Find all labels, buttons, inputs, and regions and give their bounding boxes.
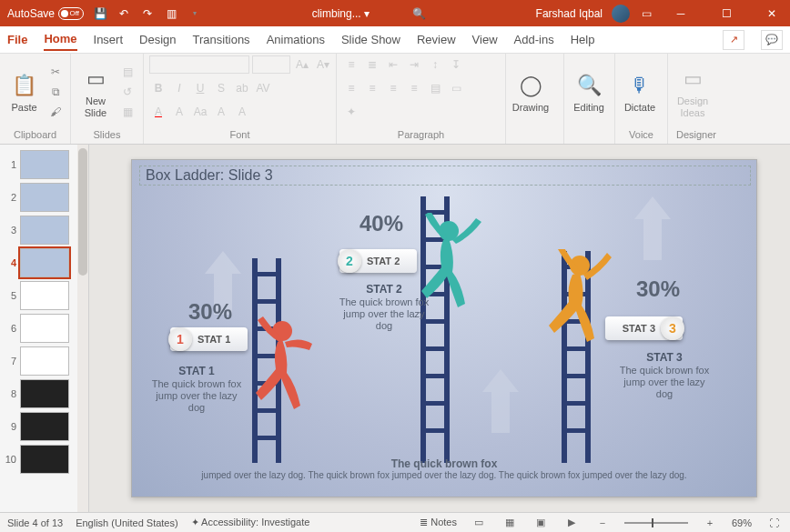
thumbnail-3[interactable]: 3 <box>0 214 88 246</box>
dictate-button[interactable]: 🎙 Dictate <box>621 60 659 124</box>
new-slide-button[interactable]: ▭ New Slide <box>76 60 115 124</box>
shadow-icon[interactable]: ab <box>233 79 251 97</box>
increase-font-icon[interactable]: A▴ <box>293 55 311 74</box>
sorter-view-icon[interactable]: ▦ <box>501 516 519 530</box>
tab-animations[interactable]: Animations <box>267 29 325 50</box>
font-color-icon[interactable]: A <box>149 103 167 121</box>
slide-canvas-area[interactable]: Box Ladder: Slide 3 30% 1 STAT 1 <box>89 145 790 512</box>
thumbnail-pane[interactable]: 1 2 3 4 5 6 7 8 9 10 <box>0 145 89 512</box>
drawing-button[interactable]: ◯ Drawing <box>511 60 550 124</box>
thumbnail-2[interactable]: 2 <box>0 181 88 214</box>
align-left-icon[interactable]: ≡ <box>342 79 360 97</box>
format-painter-icon[interactable]: 🖌 <box>46 103 65 121</box>
italic-icon[interactable]: I <box>170 79 188 97</box>
user-name[interactable]: Farshad Iqbal <box>536 7 603 20</box>
tab-view[interactable]: View <box>472 29 498 50</box>
font-size[interactable] <box>252 55 290 74</box>
strike-icon[interactable]: S <box>212 79 230 97</box>
align-right-icon[interactable]: ≡ <box>384 79 402 97</box>
close-button[interactable]: ✕ <box>754 0 790 26</box>
undo-icon[interactable]: ↶ <box>116 6 131 21</box>
thumbnail-8[interactable]: 8 <box>0 377 88 410</box>
minimize-button[interactable]: ─ <box>663 0 699 26</box>
numbering-icon[interactable]: ≣ <box>363 55 381 74</box>
font-selector[interactable] <box>149 55 249 74</box>
bullets-icon[interactable]: ≡ <box>342 55 360 74</box>
text-direction-icon[interactable]: ↧ <box>447 55 465 74</box>
paste-button[interactable]: 📋 Paste <box>5 60 43 124</box>
editing-button[interactable]: 🔍 Editing <box>570 60 608 124</box>
change-case-icon[interactable]: Aa <box>191 103 209 121</box>
language-indicator[interactable]: English (United States) <box>76 517 178 528</box>
design-ideas-button[interactable]: ▭ Design Ideas <box>674 60 712 124</box>
slide-indicator[interactable]: Slide 4 of 13 <box>7 517 63 528</box>
highlight-icon[interactable]: A <box>170 103 188 121</box>
zoom-out-icon[interactable]: − <box>593 516 612 530</box>
maximize-button[interactable]: ☐ <box>708 0 744 26</box>
indent-dec-icon[interactable]: ⇤ <box>384 55 402 74</box>
document-title[interactable]: climbing... ▾ <box>312 7 370 20</box>
indent-inc-icon[interactable]: ⇥ <box>405 55 423 74</box>
zoom-slider[interactable] <box>624 522 688 524</box>
copy-icon[interactable]: ⧉ <box>46 83 65 101</box>
save-icon[interactable]: 💾 <box>93 6 107 21</box>
tab-insert[interactable]: Insert <box>94 29 124 50</box>
bold-icon[interactable]: B <box>149 79 167 97</box>
zoom-level[interactable]: 69% <box>732 517 752 528</box>
thumbnail-7[interactable]: 7 <box>0 345 88 377</box>
fit-window-icon[interactable]: ⛶ <box>765 516 783 530</box>
badge-2-label: STAT 2 <box>367 256 400 266</box>
tab-review[interactable]: Review <box>417 29 456 50</box>
thumbnail-10[interactable]: 10 <box>0 443 88 476</box>
columns-icon[interactable]: ▤ <box>426 79 444 97</box>
line-spacing-icon[interactable]: ↕ <box>426 55 444 74</box>
tab-home[interactable]: Home <box>44 28 76 51</box>
slide-title[interactable]: Box Ladder: Slide 3 <box>139 166 751 186</box>
thumbnail-4[interactable]: 4 <box>0 246 88 279</box>
cut-icon[interactable]: ✂ <box>46 63 65 81</box>
spacing-icon[interactable]: AV <box>254 79 272 97</box>
qat-customize-icon[interactable]: ▾ <box>187 6 202 21</box>
align-center-icon[interactable]: ≡ <box>363 79 381 97</box>
smartart-icon[interactable]: ✦ <box>342 103 360 121</box>
tab-design[interactable]: Design <box>139 29 176 50</box>
ribbon-display-icon[interactable]: ▭ <box>639 6 653 21</box>
redo-icon[interactable]: ↷ <box>140 6 155 21</box>
slideshow-view-icon[interactable]: ▶ <box>562 516 581 530</box>
decrease-font-icon[interactable]: A▾ <box>314 55 332 74</box>
section-icon[interactable]: ▦ <box>118 103 137 121</box>
zoom-in-icon[interactable]: + <box>701 516 719 530</box>
thumbnail-9[interactable]: 9 <box>0 410 88 443</box>
autosave-toggle[interactable]: AutoSave <box>7 7 84 20</box>
slide-footer: The quick brown fox jumped over the lazy… <box>132 457 756 480</box>
tab-slideshow[interactable]: Slide Show <box>341 29 400 50</box>
thumbnail-1[interactable]: 1 <box>0 148 88 181</box>
search-icon[interactable]: 🔍 <box>411 6 426 21</box>
underline-icon[interactable]: U <box>191 79 209 97</box>
char-format-icon[interactable]: A <box>233 103 251 121</box>
tab-addins[interactable]: Add-ins <box>514 29 554 50</box>
layout-icon[interactable]: ▤ <box>118 63 137 81</box>
slide[interactable]: Box Ladder: Slide 3 30% 1 STAT 1 <box>131 159 757 497</box>
comments-button[interactable]: 💬 <box>761 30 783 50</box>
tab-transitions[interactable]: Transitions <box>193 29 250 50</box>
tab-help[interactable]: Help <box>571 29 595 50</box>
thumbnail-5[interactable]: 5 <box>0 279 88 312</box>
thumbnail-6[interactable]: 6 <box>0 312 88 345</box>
editing-label: Editing <box>573 102 604 113</box>
dictate-label: Dictate <box>624 102 655 113</box>
justify-icon[interactable]: ≡ <box>405 79 423 97</box>
accessibility-indicator[interactable]: ✦ Accessibility: Investigate <box>191 517 310 528</box>
notes-button[interactable]: ≣ Notes <box>420 517 457 528</box>
avatar[interactable] <box>612 5 630 23</box>
arrow-up-icon <box>482 369 519 433</box>
reading-view-icon[interactable]: ▣ <box>532 516 550 530</box>
clear-format-icon[interactable]: A <box>212 103 230 121</box>
from-beginning-icon[interactable]: ▥ <box>164 6 178 21</box>
thumbnail-scrollbar[interactable] <box>77 145 88 512</box>
reset-icon[interactable]: ↺ <box>118 83 137 101</box>
align-text-icon[interactable]: ▭ <box>447 79 465 97</box>
normal-view-icon[interactable]: ▭ <box>470 516 488 530</box>
share-button[interactable]: ↗ <box>723 30 744 50</box>
tab-file[interactable]: File <box>7 29 27 50</box>
